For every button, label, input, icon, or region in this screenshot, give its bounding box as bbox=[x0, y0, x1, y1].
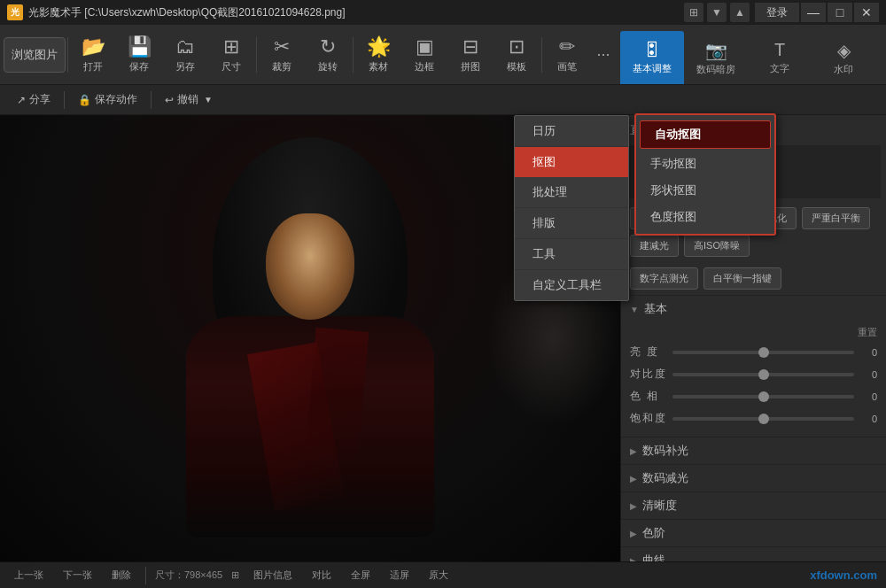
material-button[interactable]: 🌟 素材 bbox=[355, 28, 401, 81]
paint-button[interactable]: ✏ 画笔 bbox=[544, 28, 590, 81]
login-button[interactable]: 登录 bbox=[755, 3, 799, 22]
fit-button[interactable]: 适屏 bbox=[385, 567, 415, 584]
fullscreen-button[interactable]: 全屏 bbox=[346, 567, 376, 584]
browse-button[interactable]: 浏览图片 bbox=[4, 37, 66, 73]
prev-button[interactable]: 上一张 bbox=[9, 567, 49, 584]
hue-thumb[interactable] bbox=[758, 391, 769, 402]
contrast-track[interactable] bbox=[672, 373, 854, 376]
contrast-thumb[interactable] bbox=[758, 369, 769, 380]
digital-reduce-header[interactable]: ▶ 数码减光 bbox=[621, 464, 886, 491]
extra-buttons-row: 数字点测光 白平衡一指键 bbox=[621, 262, 886, 295]
dropdown-layout[interactable]: 排版 bbox=[515, 208, 628, 239]
more-button[interactable]: ··· bbox=[590, 28, 617, 81]
watermark-text: xfdown.com bbox=[810, 569, 877, 582]
autocrop-shape[interactable]: 形状抠图 bbox=[636, 177, 774, 204]
autocrop-color[interactable]: 色度抠图 bbox=[636, 204, 774, 230]
tab-digital-darkroom[interactable]: 📷 数码暗房 bbox=[684, 31, 748, 84]
saturation-track[interactable] bbox=[672, 417, 854, 421]
dropdown-batch[interactable]: 批处理 bbox=[515, 177, 628, 208]
contrast-row: 对比度 0 bbox=[630, 367, 877, 382]
dropdown-crop[interactable]: 抠图 bbox=[515, 147, 628, 177]
watermark-icon: ◈ bbox=[837, 40, 851, 61]
tab-basic-label: 基本调整 bbox=[633, 62, 672, 75]
brightness-thumb[interactable] bbox=[758, 347, 769, 358]
share-button[interactable]: ↗ 分享 bbox=[9, 89, 58, 111]
curve-header[interactable]: ▶ 曲线 bbox=[621, 546, 886, 561]
figure-face bbox=[266, 213, 354, 320]
delete-button[interactable]: 删除 bbox=[106, 567, 136, 584]
basic-section-header[interactable]: ▼ 基本 bbox=[621, 295, 886, 322]
paint-icon: ✏ bbox=[559, 35, 575, 58]
next-button[interactable]: 下一张 bbox=[58, 567, 97, 584]
reduce-light-button[interactable]: 建减光 bbox=[630, 235, 679, 257]
rotate-button[interactable]: ↻ 旋转 bbox=[305, 28, 351, 81]
app-icon: 光 bbox=[7, 4, 23, 20]
tab-basic-adjust[interactable]: 🎛 基本调整 bbox=[620, 31, 684, 84]
contrast-button[interactable]: 对比 bbox=[307, 567, 337, 584]
hue-value: 0 bbox=[859, 391, 877, 402]
tab-watermark-label: 水印 bbox=[834, 63, 853, 76]
brightness-value: 0 bbox=[859, 347, 877, 358]
save-action-button[interactable]: 🔒 保存动作 bbox=[70, 89, 145, 111]
basic-section-title: 基本 bbox=[644, 301, 667, 317]
digital-spot-button[interactable]: 数字点测光 bbox=[630, 267, 698, 290]
action-separator1 bbox=[64, 91, 65, 109]
titlebar-extra-btn1[interactable]: ⊞ bbox=[684, 3, 703, 22]
undo-dropdown-arrow: ▼ bbox=[204, 95, 213, 104]
close-button[interactable]: ✕ bbox=[854, 3, 879, 22]
basic-sliders: 重置 亮 度 0 对比度 0 色 相 bbox=[621, 322, 886, 437]
digital-reduce-title: 数码减光 bbox=[642, 470, 688, 486]
border-label: 边框 bbox=[415, 60, 434, 74]
original-button[interactable]: 原大 bbox=[424, 567, 454, 584]
white-balance-key-button[interactable]: 白平衡一指键 bbox=[703, 267, 781, 290]
saturation-thumb[interactable] bbox=[758, 414, 769, 424]
clarity-header[interactable]: ▶ 清晰度 bbox=[621, 491, 886, 519]
crop-button[interactable]: ✂ 裁剪 bbox=[259, 28, 305, 81]
minimize-button[interactable]: — bbox=[801, 3, 826, 22]
resize-button[interactable]: ⊞ 尺寸 bbox=[208, 28, 254, 81]
tab-digital-label: 数码暗房 bbox=[696, 63, 735, 76]
undo-icon: ↩ bbox=[165, 94, 174, 106]
levels-header[interactable]: ▶ 色阶 bbox=[621, 519, 886, 546]
border-button[interactable]: ▣ 边框 bbox=[401, 28, 447, 81]
tab-watermark[interactable]: ◈ 水印 bbox=[812, 31, 875, 84]
open-button[interactable]: 📂 打开 bbox=[70, 28, 116, 81]
save-button[interactable]: 💾 保存 bbox=[116, 28, 162, 81]
digital-fill-header[interactable]: ▶ 数码补光 bbox=[621, 437, 886, 464]
paint-label: 画笔 bbox=[557, 60, 577, 74]
dropdown-custom[interactable]: 自定义工具栏 bbox=[515, 270, 628, 300]
undo-button[interactable]: ↩ 撤销 ▼ bbox=[157, 89, 221, 111]
open-icon: 📂 bbox=[82, 35, 105, 58]
brightness-track[interactable] bbox=[672, 351, 854, 354]
toolbar-separator4 bbox=[541, 37, 542, 73]
brightness-label: 亮 度 bbox=[630, 344, 667, 360]
hue-track[interactable] bbox=[672, 395, 854, 398]
autocrop-manual[interactable]: 手动抠图 bbox=[636, 151, 774, 177]
reset-button[interactable]: 重置 bbox=[858, 326, 877, 339]
titlebar-extra-btn3[interactable]: ▲ bbox=[730, 3, 750, 22]
saturation-row: 饱和度 0 bbox=[630, 411, 877, 426]
template-icon: ⊡ bbox=[509, 35, 525, 58]
share-icon: ↗ bbox=[17, 94, 26, 106]
digital-darkroom-icon: 📷 bbox=[705, 40, 727, 61]
collage-button[interactable]: ⊟ 拼图 bbox=[447, 28, 494, 81]
digital-fill-title: 数码补光 bbox=[642, 443, 688, 459]
titlebar-extra-btn2[interactable]: ▼ bbox=[707, 3, 727, 22]
high-iso-button[interactable]: 高ISO降噪 bbox=[684, 235, 750, 257]
dropdown-calendar[interactable]: 日历 bbox=[515, 116, 628, 147]
autocrop-auto[interactable]: 自动抠图 bbox=[640, 120, 771, 149]
action-bar: ↗ 分享 🔒 保存动作 ↩ 撤销 ▼ bbox=[0, 85, 886, 115]
open-label: 打开 bbox=[83, 60, 103, 74]
curve-title: 曲线 bbox=[642, 553, 665, 561]
resize-label: 尺寸 bbox=[222, 60, 241, 74]
dropdown-tools[interactable]: 工具 bbox=[515, 239, 628, 270]
strict-white-balance-button[interactable]: 严重白平衡 bbox=[802, 207, 870, 229]
crop-icon: ✂ bbox=[274, 35, 290, 58]
basic-adjust-icon: 🎛 bbox=[643, 40, 661, 60]
maximize-button[interactable]: □ bbox=[828, 3, 852, 22]
tab-text[interactable]: T 文字 bbox=[748, 31, 812, 84]
template-button[interactable]: ⊡ 模板 bbox=[494, 28, 540, 81]
toolbar-separator1 bbox=[67, 37, 68, 73]
saveas-button[interactable]: 🗂 另存 bbox=[162, 28, 208, 81]
info-button[interactable]: 图片信息 bbox=[248, 567, 298, 584]
